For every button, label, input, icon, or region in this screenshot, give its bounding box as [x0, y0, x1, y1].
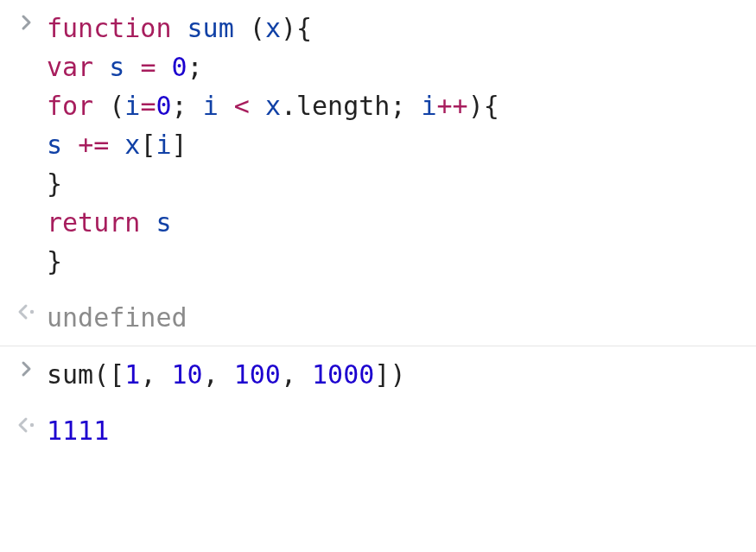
svg-point-0	[30, 310, 34, 314]
gutter	[7, 355, 47, 378]
input-chevron-icon	[20, 14, 34, 31]
code-output: undefined	[47, 298, 749, 337]
output-chevron-icon	[17, 416, 36, 434]
code-output: 1111	[47, 411, 749, 450]
gutter	[7, 298, 47, 320]
code-input[interactable]: sum([1, 10, 100, 1000])	[47, 355, 749, 394]
svg-point-1	[30, 423, 34, 427]
console-output-row: 1111	[0, 403, 756, 459]
gutter	[7, 411, 47, 434]
console-input-row: function sum (x){ var s = 0; for (i=0; i…	[0, 0, 756, 289]
input-chevron-icon	[20, 360, 34, 378]
output-chevron-icon	[17, 303, 36, 320]
code-input[interactable]: function sum (x){ var s = 0; for (i=0; i…	[47, 9, 749, 281]
console[interactable]: function sum (x){ var s = 0; for (i=0; i…	[0, 0, 756, 459]
console-input-row: sum([1, 10, 100, 1000])	[0, 346, 756, 403]
gutter	[7, 9, 47, 31]
console-output-row: undefined	[0, 289, 756, 346]
